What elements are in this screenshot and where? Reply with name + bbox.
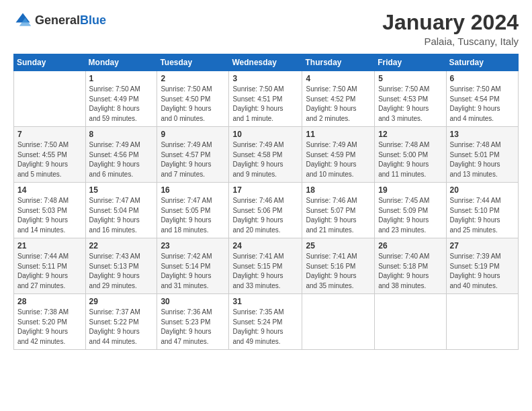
day-number: 10 bbox=[232, 130, 298, 139]
calendar-cell: 18Sunrise: 7:46 AM Sunset: 5:07 PM Dayli… bbox=[302, 183, 375, 238]
day-info: Sunrise: 7:44 AM Sunset: 5:10 PM Dayligh… bbox=[450, 196, 515, 235]
day-number: 21 bbox=[17, 241, 82, 250]
day-info: Sunrise: 7:50 AM Sunset: 4:49 PM Dayligh… bbox=[89, 85, 154, 124]
calendar-cell: 22Sunrise: 7:43 AM Sunset: 5:13 PM Dayli… bbox=[85, 238, 157, 294]
calendar-header-row: SundayMondayTuesdayWednesdayThursdayFrid… bbox=[14, 54, 519, 71]
logo-general: General bbox=[35, 13, 80, 27]
calendar-cell: 31Sunrise: 7:35 AM Sunset: 5:24 PM Dayli… bbox=[229, 294, 302, 350]
day-number: 1 bbox=[89, 74, 154, 83]
calendar-day-header: Friday bbox=[375, 54, 446, 71]
logo-icon bbox=[13, 11, 32, 30]
day-number: 11 bbox=[306, 130, 371, 139]
logo: GeneralBlue bbox=[13, 11, 106, 30]
day-number: 6 bbox=[450, 74, 515, 83]
calendar-cell bbox=[375, 294, 446, 350]
day-info: Sunrise: 7:50 AM Sunset: 4:53 PM Dayligh… bbox=[378, 85, 442, 124]
calendar-cell: 14Sunrise: 7:48 AM Sunset: 5:03 PM Dayli… bbox=[14, 183, 86, 238]
calendar-day-header: Sunday bbox=[14, 54, 86, 71]
calendar-cell: 11Sunrise: 7:49 AM Sunset: 4:59 PM Dayli… bbox=[302, 127, 375, 183]
day-info: Sunrise: 7:50 AM Sunset: 4:52 PM Dayligh… bbox=[306, 85, 371, 124]
calendar-cell: 7Sunrise: 7:50 AM Sunset: 4:55 PM Daylig… bbox=[14, 127, 86, 183]
calendar-cell: 9Sunrise: 7:49 AM Sunset: 4:57 PM Daylig… bbox=[157, 127, 229, 183]
calendar-day-header: Thursday bbox=[302, 54, 375, 71]
day-info: Sunrise: 7:50 AM Sunset: 4:50 PM Dayligh… bbox=[161, 85, 225, 124]
day-number: 12 bbox=[378, 130, 442, 139]
calendar-week-row: 7Sunrise: 7:50 AM Sunset: 4:55 PM Daylig… bbox=[14, 127, 519, 183]
day-info: Sunrise: 7:48 AM Sunset: 5:03 PM Dayligh… bbox=[17, 196, 82, 235]
day-number: 31 bbox=[232, 297, 298, 306]
day-info: Sunrise: 7:40 AM Sunset: 5:18 PM Dayligh… bbox=[378, 252, 442, 291]
calendar-cell: 12Sunrise: 7:48 AM Sunset: 5:00 PM Dayli… bbox=[375, 127, 446, 183]
calendar-day-header: Monday bbox=[85, 54, 157, 71]
day-number: 27 bbox=[450, 241, 515, 250]
calendar-week-row: 14Sunrise: 7:48 AM Sunset: 5:03 PM Dayli… bbox=[14, 183, 519, 238]
day-number: 14 bbox=[17, 185, 82, 195]
calendar-week-row: 21Sunrise: 7:44 AM Sunset: 5:11 PM Dayli… bbox=[14, 238, 519, 294]
day-info: Sunrise: 7:41 AM Sunset: 5:15 PM Dayligh… bbox=[232, 252, 298, 291]
calendar-cell: 4Sunrise: 7:50 AM Sunset: 4:52 PM Daylig… bbox=[302, 71, 375, 127]
day-number: 4 bbox=[306, 74, 371, 83]
calendar-cell: 29Sunrise: 7:37 AM Sunset: 5:22 PM Dayli… bbox=[85, 294, 157, 350]
calendar-cell: 19Sunrise: 7:45 AM Sunset: 5:09 PM Dayli… bbox=[375, 183, 446, 238]
day-info: Sunrise: 7:49 AM Sunset: 4:59 PM Dayligh… bbox=[306, 140, 371, 179]
day-info: Sunrise: 7:37 AM Sunset: 5:22 PM Dayligh… bbox=[89, 308, 154, 347]
calendar-week-row: 28Sunrise: 7:38 AM Sunset: 5:20 PM Dayli… bbox=[14, 294, 519, 350]
main-title: January 2024 bbox=[382, 11, 519, 34]
logo-text: GeneralBlue bbox=[35, 13, 106, 28]
day-number: 13 bbox=[450, 130, 515, 139]
calendar-cell: 21Sunrise: 7:44 AM Sunset: 5:11 PM Dayli… bbox=[14, 238, 86, 294]
calendar-cell: 13Sunrise: 7:48 AM Sunset: 5:01 PM Dayli… bbox=[446, 127, 518, 183]
day-number: 16 bbox=[161, 185, 225, 195]
calendar-cell: 15Sunrise: 7:47 AM Sunset: 5:04 PM Dayli… bbox=[85, 183, 157, 238]
day-number: 8 bbox=[89, 130, 154, 139]
day-number: 24 bbox=[232, 241, 298, 250]
day-info: Sunrise: 7:50 AM Sunset: 4:55 PM Dayligh… bbox=[17, 140, 82, 179]
calendar-cell: 24Sunrise: 7:41 AM Sunset: 5:15 PM Dayli… bbox=[229, 238, 302, 294]
day-info: Sunrise: 7:47 AM Sunset: 5:04 PM Dayligh… bbox=[89, 196, 154, 235]
day-info: Sunrise: 7:45 AM Sunset: 5:09 PM Dayligh… bbox=[378, 196, 442, 235]
day-number: 25 bbox=[306, 241, 371, 250]
calendar-week-row: 1Sunrise: 7:50 AM Sunset: 4:49 PM Daylig… bbox=[14, 71, 519, 127]
day-info: Sunrise: 7:48 AM Sunset: 5:01 PM Dayligh… bbox=[450, 140, 515, 179]
day-number: 9 bbox=[161, 130, 225, 139]
day-info: Sunrise: 7:49 AM Sunset: 4:56 PM Dayligh… bbox=[89, 140, 154, 179]
calendar-day-header: Tuesday bbox=[157, 54, 229, 71]
day-info: Sunrise: 7:38 AM Sunset: 5:20 PM Dayligh… bbox=[17, 308, 82, 347]
calendar-cell: 20Sunrise: 7:44 AM Sunset: 5:10 PM Dayli… bbox=[446, 183, 518, 238]
day-info: Sunrise: 7:39 AM Sunset: 5:19 PM Dayligh… bbox=[450, 252, 515, 291]
day-info: Sunrise: 7:42 AM Sunset: 5:14 PM Dayligh… bbox=[161, 252, 225, 291]
day-number: 20 bbox=[450, 185, 515, 195]
day-number: 22 bbox=[89, 241, 154, 250]
subtitle: Palaia, Tuscany, Italy bbox=[382, 36, 519, 47]
calendar-cell: 17Sunrise: 7:46 AM Sunset: 5:06 PM Dayli… bbox=[229, 183, 302, 238]
logo-blue: Blue bbox=[80, 13, 106, 27]
calendar-cell: 10Sunrise: 7:49 AM Sunset: 4:58 PM Dayli… bbox=[229, 127, 302, 183]
day-number: 29 bbox=[89, 297, 154, 306]
calendar-cell: 16Sunrise: 7:47 AM Sunset: 5:05 PM Dayli… bbox=[157, 183, 229, 238]
day-info: Sunrise: 7:50 AM Sunset: 4:51 PM Dayligh… bbox=[232, 85, 298, 124]
day-info: Sunrise: 7:36 AM Sunset: 5:23 PM Dayligh… bbox=[161, 308, 225, 347]
day-number: 15 bbox=[89, 185, 154, 195]
day-info: Sunrise: 7:46 AM Sunset: 5:06 PM Dayligh… bbox=[232, 196, 298, 235]
calendar-cell bbox=[446, 294, 518, 350]
day-number: 17 bbox=[232, 185, 298, 195]
day-info: Sunrise: 7:44 AM Sunset: 5:11 PM Dayligh… bbox=[17, 252, 82, 291]
calendar-cell: 6Sunrise: 7:50 AM Sunset: 4:54 PM Daylig… bbox=[446, 71, 518, 127]
calendar-cell: 26Sunrise: 7:40 AM Sunset: 5:18 PM Dayli… bbox=[375, 238, 446, 294]
day-number: 23 bbox=[161, 241, 225, 250]
header: GeneralBlue January 2024 Palaia, Tuscany… bbox=[13, 11, 519, 47]
calendar-cell: 23Sunrise: 7:42 AM Sunset: 5:14 PM Dayli… bbox=[157, 238, 229, 294]
day-info: Sunrise: 7:49 AM Sunset: 4:57 PM Dayligh… bbox=[161, 140, 225, 179]
calendar-cell: 8Sunrise: 7:49 AM Sunset: 4:56 PM Daylig… bbox=[85, 127, 157, 183]
calendar-cell: 1Sunrise: 7:50 AM Sunset: 4:49 PM Daylig… bbox=[85, 71, 157, 127]
calendar-cell: 5Sunrise: 7:50 AM Sunset: 4:53 PM Daylig… bbox=[375, 71, 446, 127]
day-number: 3 bbox=[232, 74, 298, 83]
calendar-cell: 30Sunrise: 7:36 AM Sunset: 5:23 PM Dayli… bbox=[157, 294, 229, 350]
day-number: 18 bbox=[306, 185, 371, 195]
calendar-cell: 27Sunrise: 7:39 AM Sunset: 5:19 PM Dayli… bbox=[446, 238, 518, 294]
calendar-cell bbox=[14, 71, 86, 127]
day-info: Sunrise: 7:48 AM Sunset: 5:00 PM Dayligh… bbox=[378, 140, 442, 179]
day-info: Sunrise: 7:46 AM Sunset: 5:07 PM Dayligh… bbox=[306, 196, 371, 235]
calendar-cell: 28Sunrise: 7:38 AM Sunset: 5:20 PM Dayli… bbox=[14, 294, 86, 350]
day-info: Sunrise: 7:35 AM Sunset: 5:24 PM Dayligh… bbox=[232, 308, 298, 347]
